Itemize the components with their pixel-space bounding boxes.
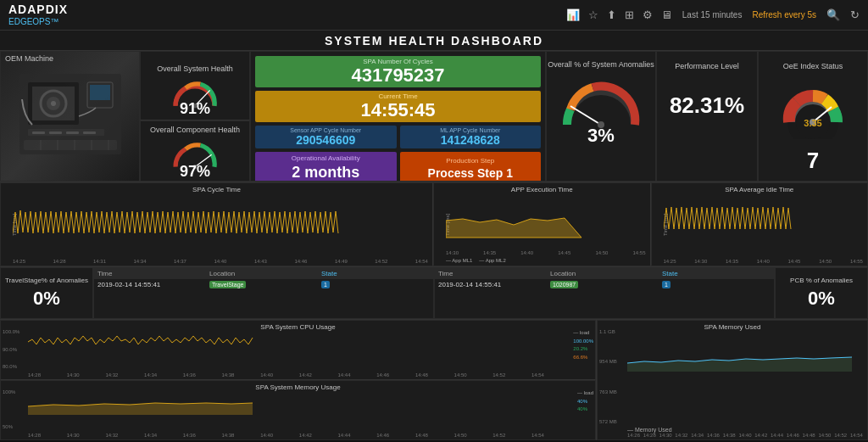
top-bar-right: 📊 ☆ ⬆ ⊞ ⚙ 🖥 Last 15 minutes Refresh ever… — [566, 8, 860, 21]
mem-legend: — load 40% 40% — [577, 389, 593, 414]
travelstage-pct-value: 0% — [33, 288, 60, 310]
spa-cycles-box: SPA Number Of Cycles 431795237 — [255, 56, 541, 87]
col-state-2: State — [662, 270, 771, 277]
travel-table-2-header: Time Location State — [435, 268, 774, 279]
sync-icon[interactable]: ↻ — [850, 8, 860, 21]
monitor-icon[interactable]: 🖥 — [661, 8, 672, 21]
spa-idle-svg — [664, 195, 864, 254]
state-tag-2: 1 — [662, 281, 670, 288]
svg-point-5 — [51, 101, 56, 106]
spa-cycle-xlabels: 14:2514:2814:3114:3414:3714:4014:4314:46… — [13, 259, 428, 264]
oee-gauge: 3.35 — [771, 76, 855, 139]
row1-location-1: TravelStage — [209, 281, 318, 288]
travel-table-2-row: 2019-02-14 14:55:41 1020987 1 — [435, 279, 774, 290]
machine-image — [1, 52, 139, 181]
sys-health-value: 91% — [141, 100, 249, 118]
col-time-1: Time — [97, 270, 206, 277]
search-icon[interactable]: 🔍 — [826, 8, 840, 21]
svg-rect-12 — [83, 131, 96, 134]
op-avail-box: Operational Availability 2 months — [255, 152, 397, 182]
gear-icon[interactable]: ⚙ — [643, 8, 653, 21]
row1-location-2: 1020987 — [550, 281, 659, 288]
logo-edgeops: EDGEOPS™ — [8, 17, 68, 26]
col-location-1: Location — [209, 270, 318, 277]
cpu-usage-panel: SPA System CPU Usage 100.0%90.0%80.0% — … — [0, 320, 596, 380]
bottom-left: SPA System CPU Usage 100.0%90.0%80.0% — … — [0, 320, 597, 440]
refresh-label: Refresh every 5s — [752, 10, 816, 20]
op-avail-label: Operational Availability — [257, 154, 395, 162]
travel-table-1-header: Time Location State — [94, 268, 433, 279]
prod-step-value: Process Step 1 — [402, 166, 540, 180]
spa-mem-legend: — Memory Used — [627, 427, 672, 433]
sys-health-panel: Overall System Health 91% — [140, 51, 250, 120]
pcb-anomaly-panel: PCB % of Anomalies 0% — [775, 267, 868, 319]
anomalies-title: Overall % of System Anomalies — [548, 60, 654, 69]
col-time-2: Time — [438, 270, 547, 277]
oem-machine-panel: OEM Machine — [0, 51, 140, 182]
spa-mem-xlabels: 14:2614:2814:3014:3214:3414:3614:3814:40… — [627, 433, 863, 438]
travelstage-tag: TravelStage — [209, 281, 246, 288]
ml-app-label: ML APP Cycle Number — [403, 127, 539, 133]
travel-table-2: Time Location State 2019-02-14 14:55:41 … — [434, 267, 775, 319]
prod-step-label: Production Step — [402, 157, 540, 165]
spa-memory-panel: SPA Memory Used 1.1 GB954 MB763 MB572 MB… — [597, 320, 868, 440]
svg-text:3.35: 3.35 — [804, 118, 821, 128]
anomalies-gauge — [559, 74, 643, 129]
sensor-app-box: Sensor APP Cycle Number 290546609 — [255, 126, 397, 148]
row1-time-1: 2019-02-14 14:55:41 — [97, 281, 206, 288]
share-icon[interactable]: ⬆ — [607, 8, 616, 21]
spa-cycle-title: SPA Cycle Time — [192, 186, 241, 193]
ml-app-box: ML APP Cycle Number 141248628 — [400, 126, 542, 148]
pcb-pct-value: 0% — [808, 288, 835, 310]
middle-row: TravelStage% of Anomalies 0% Time Locati… — [0, 267, 868, 320]
sys-health-title: Overall System Health — [157, 64, 233, 73]
cpu-ylabels: 100.0%90.0%80.0% — [3, 329, 19, 369]
row1-state-1: 1 — [321, 281, 430, 288]
sensor-app-value: 290546609 — [258, 133, 394, 147]
spa-idle-xlabels: 14:2514:3014:3514:4014:4514:5014:55 — [664, 259, 864, 264]
travelstage-pct-panel: TravelStage% of Anomalies 0% — [0, 267, 93, 319]
perf-panel: Performance Level 82.31% — [656, 51, 758, 182]
mem-xlabels: 14:2814:3014:3214:3414:3614:3814:4014:42… — [28, 433, 544, 438]
comp-health-panel: Overall Component Health 97% — [140, 120, 250, 182]
grid-icon[interactable]: ⊞ — [625, 8, 634, 21]
comp-health-value: 97% — [180, 163, 210, 181]
mem-ylabels: 100%50% — [3, 389, 15, 429]
spa-mem-ylabels: 1.1 GB954 MB763 MB572 MB — [599, 329, 617, 424]
spa-cycle-svg — [13, 195, 428, 254]
machine-svg — [15, 65, 125, 167]
center-panel: SPA Number Of Cycles 431795237 Current T… — [250, 51, 546, 182]
chart-icon[interactable]: 📊 — [566, 8, 580, 21]
state-tag-1: 1 — [321, 281, 330, 288]
dashboard-title: SYSTEM HEALTH DASHBOARD — [0, 31, 868, 51]
oem-machine-title: OEM Machine — [5, 54, 53, 63]
anomalies-panel: Overall % of System Anomalies 3% — [546, 51, 656, 182]
app-exec-title: APP Execution Time — [511, 186, 573, 193]
spa-cycle-chart: SPA Cycle Time Time [ms] 14:2514:2814:31… — [0, 182, 433, 266]
sensor-app-label: Sensor APP Cycle Number — [258, 127, 394, 133]
svg-rect-11 — [66, 131, 79, 134]
svg-rect-9 — [32, 131, 45, 134]
travelstage-pct-title: TravelStage% of Anomalies — [5, 277, 88, 284]
perf-title: Performance Level — [675, 62, 739, 70]
spa-idle-title: SPA Average Idle Time — [725, 186, 793, 193]
app-exec-xlabels: 14:3014:3514:4014:4514:5014:55 — [446, 250, 646, 255]
star-icon[interactable]: ☆ — [588, 8, 598, 21]
pcb-pct-title: PCB % of Anomalies — [790, 277, 853, 284]
app-exec-svg — [446, 195, 646, 247]
main-content: OEM Machine — [0, 51, 868, 440]
travel-table-1-row: 2019-02-14 14:55:41 TravelStage 1 — [94, 279, 433, 290]
oee-panel: OeE Index Status 3.35 7 — [758, 51, 868, 182]
anomalies-value: 3% — [587, 125, 615, 147]
spa-cycles-value: 431795237 — [255, 65, 541, 86]
oee-title: OeE Index Status — [783, 62, 843, 70]
row1-time-2: 2019-02-14 14:55:41 — [438, 281, 547, 288]
cpu-legend: — load 100.00% 20.2% 66.6% — [573, 329, 593, 361]
health-stack: Overall System Health 91% Overall C — [140, 51, 250, 182]
op-avail-value: 2 months — [257, 164, 395, 182]
perf-value: 82.31% — [670, 92, 744, 119]
ml-app-value: 141248628 — [403, 133, 539, 147]
mem-usage-panel: SPA System Memory Usage 100%50% — load 4… — [0, 380, 596, 440]
top-bar: ADAPDIX EDGEOPS™ 📊 ☆ ⬆ ⊞ ⚙ 🖥 Last 15 min… — [0, 0, 868, 31]
app-exec-chart: APP Execution Time Time [ms] 14:3014:351… — [433, 182, 651, 266]
